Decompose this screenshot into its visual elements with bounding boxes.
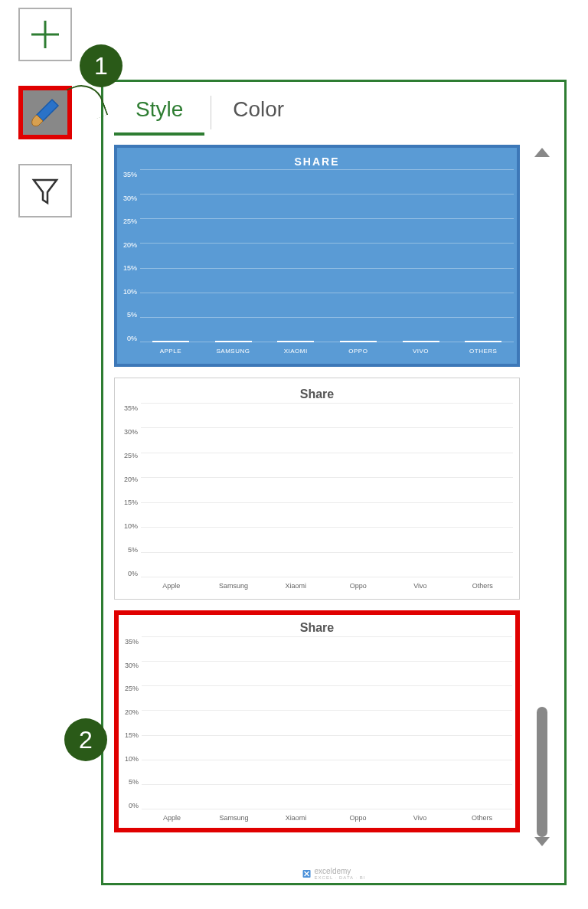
tab-color[interactable]: Color — [211, 90, 305, 136]
funnel-icon — [30, 175, 60, 206]
x-label: Oppo — [348, 348, 368, 355]
bar-group: Apple — [146, 341, 195, 342]
bar — [277, 341, 314, 342]
chart-styles-panel: Style Color SHARE 0%5%10%15%20%25%30%35%… — [101, 80, 567, 885]
bar — [215, 341, 252, 342]
x-label: Xiaomi — [286, 582, 307, 590]
y-tick: 30% — [120, 195, 137, 202]
y-tick: 35% — [120, 171, 137, 178]
style-option-1[interactable]: SHARE 0%5%10%15%20%25%30%35% AppleSamsun… — [114, 145, 520, 367]
scroll-down-arrow[interactable] — [534, 837, 550, 846]
x-label: Apple — [162, 582, 180, 590]
style-option-2[interactable]: Share 0%5%10%15%20%25%30%35% AppleSamsun… — [114, 378, 520, 600]
scroll-up-arrow[interactable] — [534, 148, 550, 157]
y-tick: 25% — [121, 452, 138, 459]
chart-styles-button[interactable] — [18, 86, 72, 139]
y-tick: 25% — [120, 217, 137, 225]
y-axis: 0%5%10%15%20%25%30%35% — [122, 636, 142, 823]
y-tick: 5% — [120, 311, 137, 319]
tabs-row: Style Color — [114, 90, 554, 136]
y-tick: 30% — [121, 428, 138, 436]
bar-group: Vivo — [397, 341, 446, 342]
x-label: Others — [472, 582, 493, 590]
x-label: Oppo — [350, 582, 367, 590]
chart-filters-button[interactable] — [18, 164, 72, 217]
plus-icon — [28, 18, 62, 51]
y-tick: 5% — [121, 546, 138, 554]
y-tick: 25% — [122, 685, 139, 692]
bar-group: Samsung — [209, 341, 258, 342]
styles-list: SHARE 0%5%10%15%20%25%30%35% AppleSamsun… — [114, 145, 554, 849]
plot-area-3: AppleSamsungXiaomiOppoVivoOthers — [142, 636, 512, 823]
callout-badge-1: 1 — [80, 44, 122, 87]
x-label: Oppo — [349, 814, 366, 822]
y-tick: 15% — [122, 731, 139, 739]
plot-area-1: AppleSamsungXiaomiOppoVivoOthers — [140, 169, 514, 356]
scroll-track[interactable] — [537, 157, 547, 837]
x-label: Xiaomi — [286, 814, 307, 822]
bar-group: Xiaomi — [271, 341, 320, 342]
paintbrush-icon — [28, 95, 63, 130]
y-axis: 0%5%10%15%20%25%30%35% — [121, 403, 141, 591]
tab-style[interactable]: Style — [114, 90, 204, 136]
bar — [152, 341, 189, 342]
bar — [403, 341, 439, 342]
scrollbar — [531, 145, 554, 849]
x-label: Samsung — [217, 348, 250, 355]
chart-title: SHARE — [120, 155, 514, 168]
x-label: Samsung — [219, 814, 248, 822]
y-tick: 35% — [122, 638, 139, 646]
x-label: Apple — [160, 348, 181, 355]
y-tick: 15% — [121, 499, 138, 506]
y-tick: 20% — [121, 476, 138, 483]
watermark-name: exceldemy — [315, 867, 366, 875]
y-axis: 0%5%10%15%20%25%30%35% — [120, 169, 140, 356]
watermark-sub: EXCEL · DATA · BI — [315, 875, 366, 880]
y-tick: 10% — [120, 288, 137, 296]
y-tick: 10% — [122, 755, 139, 763]
y-tick: 35% — [121, 404, 138, 412]
x-label: Samsung — [219, 582, 248, 590]
plot-area-2: AppleSamsungXiaomiOppoVivoOthers — [141, 403, 513, 591]
chart-title: Share — [122, 621, 512, 635]
bar — [340, 341, 377, 342]
y-tick: 0% — [120, 335, 137, 342]
y-tick: 15% — [120, 264, 137, 272]
watermark: exceldemy EXCEL · DATA · BI — [302, 867, 366, 880]
bar — [465, 341, 501, 342]
y-tick: 20% — [122, 708, 139, 716]
callout-badge-2: 2 — [64, 718, 107, 761]
x-label: Apple — [163, 814, 181, 822]
x-label: Vivo — [413, 814, 426, 822]
x-label: Others — [472, 814, 492, 822]
chart-title: Share — [121, 387, 513, 401]
scroll-thumb[interactable] — [537, 707, 547, 837]
bar-group: Oppo — [334, 341, 383, 342]
y-tick: 0% — [122, 802, 139, 809]
x-label: Others — [469, 348, 497, 355]
chart-elements-button[interactable] — [18, 8, 72, 61]
x-label: Vivo — [413, 348, 429, 355]
y-tick: 5% — [122, 778, 139, 786]
bar-group: Others — [459, 341, 508, 342]
style-option-3[interactable]: Share 0%5%10%15%20%25%30%35% AppleSamsun… — [114, 610, 520, 832]
y-tick: 10% — [121, 522, 138, 530]
y-tick: 0% — [121, 570, 138, 577]
watermark-icon — [302, 869, 312, 878]
y-tick: 20% — [120, 241, 137, 249]
x-label: Xiaomi — [284, 348, 308, 355]
x-label: Vivo — [413, 582, 426, 590]
y-tick: 30% — [122, 662, 139, 669]
